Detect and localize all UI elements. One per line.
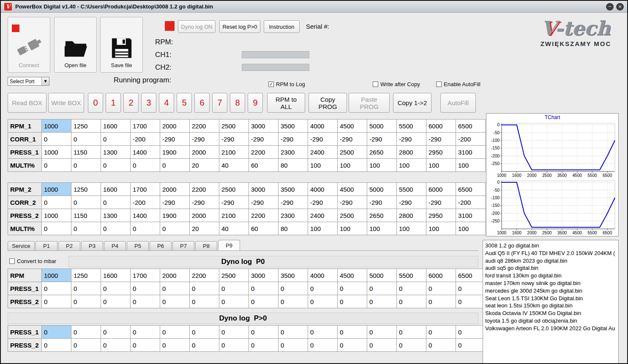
value-cell[interactable]: 2800 <box>397 146 426 159</box>
value-cell[interactable]: 20 <box>190 159 219 172</box>
value-cell[interactable]: -290 <box>249 196 279 209</box>
value-cell[interactable]: 0 <box>308 295 338 308</box>
value-cell[interactable]: 2950 <box>426 209 456 222</box>
file-list-item[interactable]: ford transit 130km go digital.bin <box>485 272 616 280</box>
value-cell[interactable]: 100 <box>367 159 397 172</box>
value-cell[interactable]: 3000 <box>249 269 279 282</box>
value-cell[interactable]: -200 <box>456 196 486 209</box>
value-cell[interactable]: 100 <box>397 222 426 235</box>
value-cell[interactable]: 0 <box>160 222 190 235</box>
copy-prog-button[interactable]: Copy PROG <box>309 93 347 113</box>
tab-p4[interactable]: P4 <box>104 241 126 250</box>
value-cell[interactable]: 4000 <box>308 120 338 133</box>
value-cell[interactable]: 0 <box>367 282 397 295</box>
value-cell[interactable]: 5500 <box>397 269 426 282</box>
instruction-button[interactable]: Instruction <box>264 20 300 33</box>
value-cell[interactable]: -290 <box>426 196 456 209</box>
value-cell[interactable]: 40 <box>219 159 249 172</box>
tab-p6[interactable]: P6 <box>150 241 172 250</box>
value-cell[interactable]: -290 <box>219 133 249 146</box>
value-cell[interactable]: 0 <box>426 339 456 352</box>
value-cell[interactable]: -290 <box>338 196 367 209</box>
value-cell[interactable]: 0 <box>219 339 249 352</box>
value-cell[interactable]: 100 <box>308 159 338 172</box>
value-cell[interactable]: -290 <box>338 133 367 146</box>
value-cell[interactable]: -290 <box>249 133 279 146</box>
file-list-item[interactable]: master 170km nowy silnik go digital.bin <box>485 280 616 287</box>
connect-button[interactable]: Connect <box>8 17 50 73</box>
value-cell[interactable]: 1000 <box>42 146 71 159</box>
value-cell[interactable]: -290 <box>279 196 308 209</box>
value-cell[interactable]: 2000 <box>190 209 219 222</box>
value-cell[interactable]: 0 <box>249 339 279 352</box>
value-cell[interactable]: -290 <box>367 133 397 146</box>
select-port-dropdown[interactable]: Select Port ▼ <box>8 77 49 86</box>
value-cell[interactable]: 0 <box>101 295 131 308</box>
value-cell[interactable]: -290 <box>308 196 338 209</box>
digit-button-8[interactable]: 8 <box>230 93 245 113</box>
value-cell[interactable]: 5500 <box>397 120 426 133</box>
value-cell[interactable]: 0 <box>219 295 249 308</box>
value-cell[interactable]: 0 <box>397 295 426 308</box>
value-cell[interactable]: 6500 <box>456 183 486 196</box>
value-cell[interactable]: 2000 <box>190 146 219 159</box>
value-cell[interactable]: 1300 <box>101 209 131 222</box>
value-cell[interactable]: -290 <box>367 196 397 209</box>
value-cell[interactable]: 3100 <box>456 209 486 222</box>
value-cell[interactable]: 1250 <box>71 120 101 133</box>
value-cell[interactable]: -290 <box>160 196 190 209</box>
value-cell[interactable]: 0 <box>249 282 279 295</box>
value-cell[interactable]: 0 <box>101 339 131 352</box>
value-cell[interactable]: 0 <box>101 282 131 295</box>
file-list-item[interactable]: Audi Q5 II (FY FL) 40 TDI MHEV 2.0 150kW… <box>485 250 616 257</box>
value-cell[interactable]: 2000 <box>160 269 190 282</box>
value-cell[interactable]: 1150 <box>71 209 101 222</box>
value-cell[interactable]: 0 <box>338 339 367 352</box>
value-cell[interactable]: 0 <box>71 282 101 295</box>
value-cell[interactable]: 3500 <box>279 120 308 133</box>
value-cell[interactable]: 4500 <box>338 269 367 282</box>
value-cell[interactable]: 0 <box>101 133 131 146</box>
value-cell[interactable]: 0 <box>160 282 190 295</box>
value-cell[interactable]: 2400 <box>308 146 338 159</box>
value-cell[interactable]: 0 <box>279 326 308 339</box>
value-cell[interactable]: 0 <box>42 295 71 308</box>
value-cell[interactable]: 100 <box>338 222 367 235</box>
tab-p7[interactable]: P7 <box>172 241 194 250</box>
value-cell[interactable]: 60 <box>249 159 279 172</box>
value-cell[interactable]: 40 <box>219 222 249 235</box>
value-cell[interactable]: 0 <box>456 282 486 295</box>
value-cell[interactable]: 0 <box>190 295 219 308</box>
value-cell[interactable]: 4500 <box>338 120 367 133</box>
value-cell[interactable]: 6000 <box>426 269 456 282</box>
value-cell[interactable]: 2500 <box>338 146 367 159</box>
value-cell[interactable]: 0 <box>279 339 308 352</box>
file-list-item[interactable]: Skoda Octavia IV 150KM Go Digital.bin <box>485 310 616 317</box>
value-cell[interactable]: 5000 <box>367 269 397 282</box>
value-cell[interactable]: 0 <box>71 159 101 172</box>
value-cell[interactable]: 0 <box>190 282 219 295</box>
value-cell[interactable]: 4000 <box>308 269 338 282</box>
value-cell[interactable]: 0 <box>160 159 190 172</box>
value-cell[interactable]: -200 <box>131 196 160 209</box>
value-cell[interactable]: 0 <box>338 295 367 308</box>
file-list-item[interactable]: seat leon 1.5tsi 150km go digital.bin <box>485 302 616 310</box>
value-cell[interactable]: 0 <box>131 222 160 235</box>
value-cell[interactable]: 0 <box>397 326 426 339</box>
value-cell[interactable]: 0 <box>279 282 308 295</box>
value-cell[interactable]: -200 <box>131 133 160 146</box>
value-cell[interactable]: 2200 <box>249 209 279 222</box>
file-list-item[interactable]: toyota 1.5 go digital od obciążenia.bin <box>485 317 616 325</box>
value-cell[interactable]: 80 <box>279 159 308 172</box>
value-cell[interactable]: 2300 <box>279 209 308 222</box>
value-cell[interactable]: 100 <box>367 222 397 235</box>
value-cell[interactable]: 4500 <box>338 183 367 196</box>
value-cell[interactable]: 100 <box>456 222 486 235</box>
rpm-to-all-button[interactable]: RPM to ALL <box>267 93 305 113</box>
value-cell[interactable]: 1400 <box>131 209 160 222</box>
value-cell[interactable]: 0 <box>160 339 190 352</box>
value-cell[interactable]: 2500 <box>338 209 367 222</box>
file-list-item[interactable]: audi q8 286km 2023 go digital.bin <box>485 257 616 265</box>
value-cell[interactable]: 6500 <box>456 269 486 282</box>
value-cell[interactable]: 0 <box>190 339 219 352</box>
